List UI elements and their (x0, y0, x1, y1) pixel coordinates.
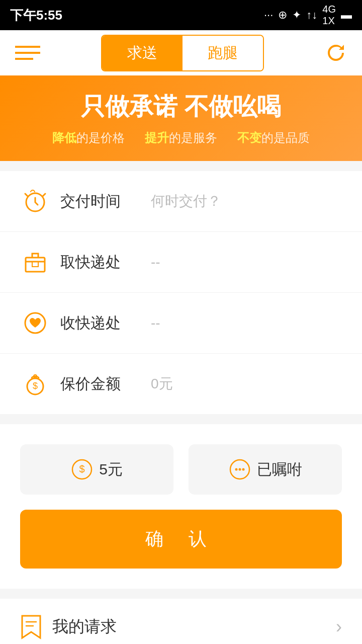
money-bag-icon: $ (20, 369, 50, 399)
price-button[interactable]: $ 5元 (20, 444, 173, 495)
heart-icon (20, 308, 50, 338)
banner-title: 只做承诺 不做吆喝 (20, 91, 342, 123)
pickup-value: -- (151, 254, 342, 270)
price-buttons: $ 5元 已嘱咐 (20, 444, 342, 495)
gps-icon: ⊕ (278, 9, 287, 22)
bluetooth-icon: ✦ (292, 9, 301, 22)
svg-text:$: $ (79, 463, 85, 474)
svg-text:$: $ (33, 381, 38, 391)
svg-point-9 (235, 468, 237, 471)
form-section: 交付时间 何时交付？ 取快递处 -- 收快递处 -- (0, 171, 362, 414)
my-requests-section[interactable]: 我的请求 › (0, 599, 362, 644)
delivery-time-value: 何时交付？ (151, 192, 342, 211)
form-row-delivery-time[interactable]: 交付时间 何时交付？ (0, 171, 362, 232)
pickup-label: 取快递处 (60, 252, 151, 273)
data-icon: ↑↓ (306, 9, 317, 22)
requests-label: 我的请求 (52, 616, 117, 638)
status-time: 下午5:55 (10, 7, 62, 24)
refresh-icon[interactable] (325, 42, 347, 64)
bookmark-icon (20, 614, 42, 640)
alarm-clock-icon (20, 186, 50, 216)
tab-paotui[interactable]: 跑腿 (183, 36, 263, 70)
delivery-loc-label: 收快递处 (60, 313, 151, 334)
signal-dots-icon: ··· (264, 9, 273, 22)
svg-point-11 (242, 468, 244, 471)
chat-button[interactable]: 已嘱咐 (189, 444, 342, 495)
chat-label: 已嘱咐 (257, 459, 302, 480)
banner-item2: 提升的是服务 (145, 130, 217, 146)
network-icon: 4G1X (322, 4, 336, 27)
form-row-delivery-loc[interactable]: 收快递处 -- (0, 293, 362, 354)
delivery-loc-value: -- (151, 315, 342, 331)
form-row-insurance[interactable]: $ 保价金额 0元 (0, 354, 362, 414)
status-icons: ··· ⊕ ✦ ↑↓ 4G1X ▬ (264, 4, 352, 27)
banner-subtitle: 降低的是价格 提升的是服务 不变的是品质 (20, 130, 342, 146)
battery-icon: ▬ (341, 9, 352, 22)
delivery-time-label: 交付时间 (60, 191, 151, 212)
svg-rect-1 (26, 258, 45, 272)
banner: 只做承诺 不做吆喝 降低的是价格 提升的是服务 不变的是品质 (0, 75, 362, 161)
price-label: 5元 (99, 459, 123, 480)
status-bar: 下午5:55 ··· ⊕ ✦ ↑↓ 4G1X ▬ (0, 0, 362, 30)
tab-qusong[interactable]: 求送 (102, 36, 183, 70)
banner-item1: 降低的是价格 (52, 130, 125, 146)
banner-item3: 不变的是品质 (237, 130, 310, 146)
tab-group: 求送 跑腿 (101, 35, 264, 71)
box-icon (20, 247, 50, 277)
insurance-value: 0元 (151, 374, 342, 393)
insurance-label: 保价金额 (60, 374, 151, 394)
action-section: $ 5元 已嘱咐 确 认 (0, 424, 362, 589)
header: 求送 跑腿 (0, 30, 362, 75)
confirm-button[interactable]: 确 认 (20, 510, 342, 569)
chevron-right-icon: › (336, 616, 342, 637)
form-row-pickup[interactable]: 取快递处 -- (0, 232, 362, 293)
menu-icon[interactable] (15, 46, 40, 60)
svg-point-10 (238, 468, 241, 471)
